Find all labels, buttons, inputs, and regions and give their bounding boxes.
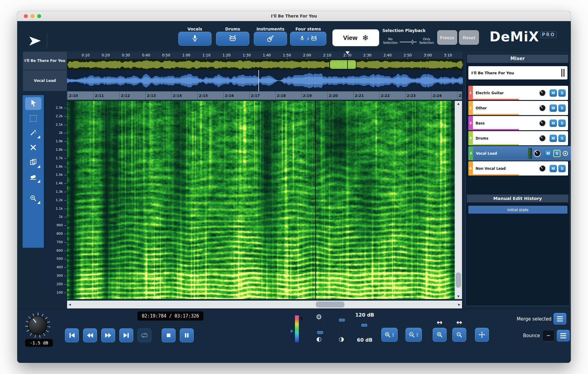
solo-button[interactable]: S <box>553 150 561 157</box>
vocal-waveform[interactable] <box>67 70 463 91</box>
selection-playback-title: Selection Playback <box>381 28 427 33</box>
contrast-slider-handle[interactable] <box>339 319 345 321</box>
selection-playback-slider[interactable] <box>400 40 417 44</box>
solo-button[interactable]: S <box>558 105 566 112</box>
maximize-window-button[interactable] <box>37 14 41 18</box>
mixer-header: Mixer <box>467 54 568 63</box>
vocals-separation-button[interactable] <box>178 32 212 46</box>
volume-knob-dial[interactable] <box>28 316 47 335</box>
spectrogram-playhead[interactable] <box>315 101 316 299</box>
timeline-selection[interactable] <box>329 60 357 69</box>
solo-button[interactable]: S <box>558 89 566 97</box>
mixer-track-row-vocal-lead[interactable]: 5 Vocal Lead M S <box>468 146 571 160</box>
frequency-tick-label: 500 <box>57 257 63 261</box>
volume-knob[interactable] <box>25 313 50 338</box>
mixer-track-row-electric-guitar[interactable]: 1 Electric Guitar M S <box>468 86 568 100</box>
contrast-icon[interactable]: ◑ <box>339 335 344 343</box>
mute-button[interactable]: M <box>550 120 557 127</box>
mixer-track-row-bass[interactable]: 3 Bass M S <box>468 116 568 130</box>
overview-ruler[interactable]: 0:100:200:300:400:501:001:101:201:301:40… <box>67 51 463 59</box>
freeze-button[interactable]: Freeze <box>437 30 457 45</box>
zoom-in-vertical-button[interactable]: ↕ <box>381 328 398 342</box>
mute-button[interactable]: M <box>544 150 552 157</box>
db-range-slider-handle[interactable] <box>361 324 367 327</box>
solo-button[interactable]: S <box>558 120 566 127</box>
zoom-fit-button[interactable] <box>475 328 489 342</box>
stop-button[interactable] <box>162 328 176 342</box>
mixer-track-row-other[interactable]: 2 Other M S <box>468 101 568 115</box>
scroll-up-icon[interactable]: ▲ <box>455 101 462 106</box>
pointer-tool[interactable] <box>25 97 41 110</box>
bounce-remove-button[interactable]: − <box>542 330 554 341</box>
view-button-label: View <box>343 34 357 41</box>
colormap-handle-icon[interactable] <box>300 317 302 320</box>
mixer-master-track[interactable]: I'll Be There For You <box>468 66 567 79</box>
scroll-down-icon[interactable]: ▼ <box>455 294 462 299</box>
zoom-tick-label: 2:18 <box>277 94 286 98</box>
vertical-scroll-thumb[interactable] <box>456 272 461 288</box>
pan-knob-icon[interactable] <box>538 104 546 112</box>
playhead-marker-icon[interactable] <box>345 51 350 54</box>
db-range-slider[interactable] <box>363 321 365 335</box>
view-button[interactable]: View ❄ <box>332 29 379 46</box>
magic-wand-tool[interactable] <box>25 127 41 140</box>
spectrogram-canvas[interactable] <box>67 101 455 299</box>
skip-to-start-button[interactable] <box>65 328 79 342</box>
colormap-handle-icon[interactable] <box>291 329 293 333</box>
brightness-icon[interactable]: ◐ <box>316 335 321 343</box>
pause-button[interactable] <box>180 328 194 342</box>
minimize-window-button[interactable] <box>31 14 34 18</box>
horizontal-scrollbar[interactable]: ◀ ▶ <box>67 301 462 308</box>
record-target-icon[interactable] <box>562 150 568 156</box>
scroll-left-icon[interactable]: ◀ <box>67 301 73 308</box>
mixer-track-row-non-vocal-lead[interactable]: 6 Non Vocal Lead M S <box>468 161 568 176</box>
solo-button[interactable]: S <box>558 165 566 172</box>
drums-separation-button[interactable] <box>216 32 249 46</box>
selection-playback-handle[interactable] <box>412 40 413 44</box>
zoom-in-horizontal-button[interactable] <box>433 328 447 342</box>
duplicate-tool[interactable] <box>25 156 41 169</box>
overview-waveform[interactable] <box>67 59 463 70</box>
pan-knob-icon[interactable] <box>533 150 541 157</box>
selection-playback-right-label: Only Selection <box>418 37 435 44</box>
mute-button[interactable]: M <box>550 89 557 97</box>
mute-button[interactable]: M <box>550 135 557 142</box>
solo-button[interactable]: S <box>558 135 566 142</box>
fast-forward-button[interactable] <box>101 328 115 342</box>
close-window-button[interactable] <box>24 14 28 18</box>
four-stems-separation-button[interactable]: ♪ <box>290 32 326 46</box>
zoom-tool[interactable] <box>25 192 41 205</box>
pan-knob-icon[interactable] <box>538 165 546 172</box>
overview-waveform-row[interactable] <box>67 59 463 70</box>
marquee-select-tool[interactable] <box>25 112 41 125</box>
bounce-menu-button[interactable] <box>557 330 570 341</box>
vocal-waveform-row[interactable] <box>67 70 463 91</box>
pan-knob-icon[interactable] <box>538 119 546 127</box>
frequency-tick-label: 2k <box>59 131 63 135</box>
pan-knob-icon[interactable] <box>538 89 546 97</box>
zoom-ruler[interactable]: 2:102:112:122:132:142:152:162:172:182:19… <box>67 91 462 100</box>
spectrogram-view[interactable] <box>67 101 455 299</box>
gear-icon[interactable]: ⚙ <box>316 313 322 321</box>
db-range-low-label: 60 dB <box>351 337 378 343</box>
brightness-slider-handle[interactable] <box>317 331 323 334</box>
mute-button[interactable]: M <box>550 165 557 172</box>
instruments-separation-button[interactable] <box>254 32 287 46</box>
pan-knob-icon[interactable] <box>538 134 546 142</box>
cut-tool[interactable] <box>25 142 41 154</box>
loop-button[interactable] <box>137 328 151 342</box>
vertical-scrollbar[interactable]: ▲ ▼ <box>455 101 462 299</box>
colormap-gradient-slider[interactable] <box>295 315 299 343</box>
merge-menu-button[interactable] <box>554 313 566 324</box>
mute-button[interactable]: M <box>550 105 557 112</box>
edit-history-item[interactable]: initial state <box>468 206 567 214</box>
skip-to-end-button[interactable] <box>119 328 133 342</box>
mixer-track-row-drums[interactable]: 4 Drums M S <box>468 131 568 145</box>
scroll-right-icon[interactable]: ▶ <box>457 301 462 308</box>
zoom-out-vertical-button[interactable]: ↕ <box>405 328 422 342</box>
eraser-tool[interactable] <box>25 171 41 184</box>
horizontal-scroll-thumb[interactable] <box>316 301 344 308</box>
reset-button[interactable]: Reset <box>459 30 479 45</box>
rewind-button[interactable] <box>83 328 97 342</box>
zoom-out-horizontal-button[interactable] <box>452 328 466 342</box>
